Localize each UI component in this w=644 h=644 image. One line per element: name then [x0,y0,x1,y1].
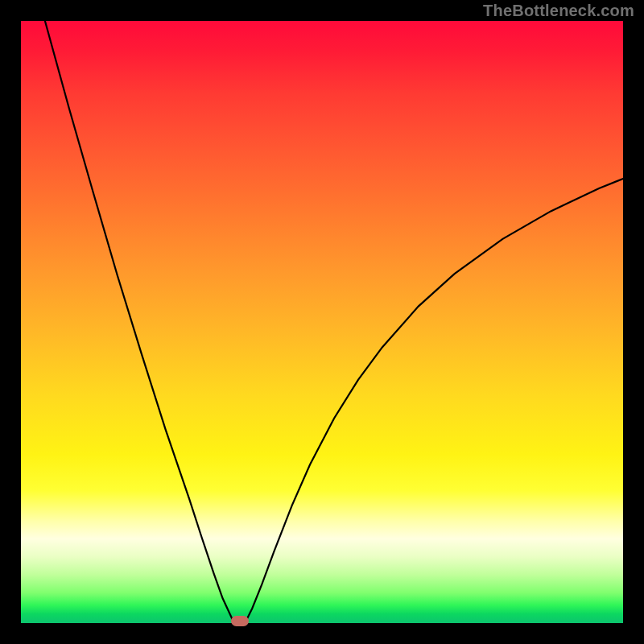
watermark-text: TheBottleneck.com [483,2,634,20]
bottleneck-curve [21,21,623,623]
curve-left-branch [45,21,234,623]
min-marker [231,616,249,626]
chart-frame [21,21,623,623]
curve-right-branch [245,179,623,623]
